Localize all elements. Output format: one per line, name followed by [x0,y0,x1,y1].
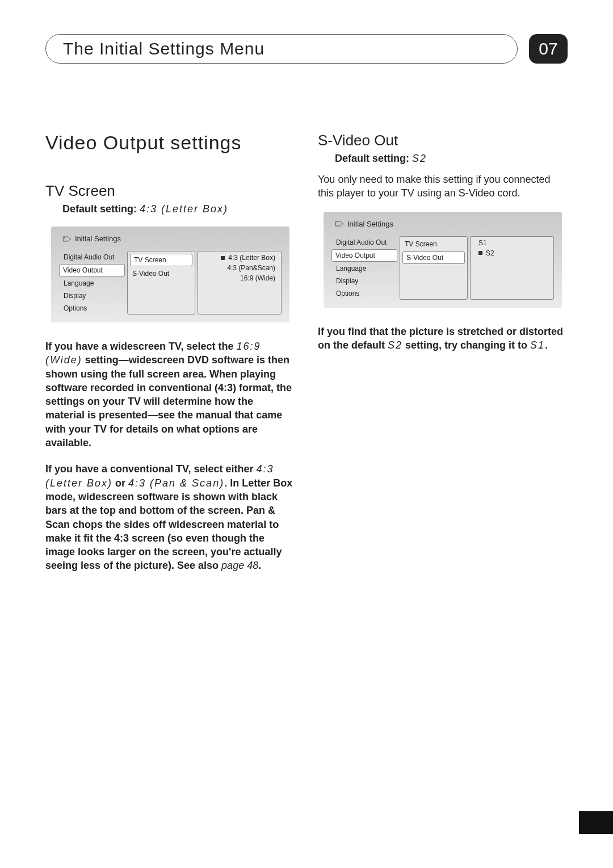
menu-cat-item: Language [59,277,127,290]
paragraph-widescreen: If you have a widescreen TV, select the … [45,339,295,450]
menu-grid: Digital Audio Out Video Output Language … [59,251,282,315]
text-run-italic: S2 [388,339,402,351]
menu-option: S1 [471,238,553,248]
menu-cat-item-selected: Video Output [59,264,125,276]
paragraph-conventional: If you have a conventional TV, select ei… [45,462,295,572]
settings-menu-tvscreen: Initial Settings Digital Audio Out Video… [51,227,289,322]
menu-sub-item: S-Video Out [128,267,195,280]
text-run: If you have a widescreen TV, select the [45,341,236,352]
menu-cat-item: Options [331,287,400,300]
selected-marker-icon [221,256,225,260]
default-setting-line: Default setting: S2 [335,153,568,165]
page-edge-tab [579,811,613,834]
default-label: Default setting: [335,153,409,164]
menu-grid: Digital Audio Out Video Output Language … [331,236,554,300]
text-run: . [545,339,548,351]
page-title: The Initial Settings Menu [45,34,518,64]
svg-point-0 [64,237,65,238]
tag-icon [62,236,72,242]
menu-cat-item: Display [331,275,400,287]
section-heading-video-output: Video Output settings [45,132,295,154]
menu-cat-item: Display [59,290,127,302]
chapter-number-badge: 07 [529,34,568,64]
paragraph-svideo-note: If you find that the picture is stretche… [318,325,568,353]
text-run: If you have a conventional TV, select ei… [45,463,256,475]
menu-options: 4:3 (Letter Box) 4:3 (Pan&Scan) 16:9 (Wi… [198,251,282,315]
menu-cat-item: Digital Audio Out [331,236,400,249]
default-setting-line: Default setting: 4:3 (Letter Box) [62,203,295,215]
menu-option: S2 [471,248,553,258]
menu-sub-item-selected: S-Video Out [402,251,465,264]
menu-subitems: TV Screen S-Video Out [400,236,468,300]
left-column: Video Output settings TV Screen Default … [45,132,295,585]
page-reference: page 48 [221,560,258,571]
settings-menu-svideo: Initial Settings Digital Audio Out Video… [324,212,562,308]
menu-title: Initial Settings [62,234,282,243]
menu-cat-item: Digital Audio Out [59,251,127,263]
subheading-svideo: S-Video Out [318,132,568,149]
text-run: . [258,560,261,571]
menu-option: 16:9 (Wide) [198,273,281,283]
selected-marker-icon [478,251,482,255]
menu-cat-item: Language [331,262,400,275]
svg-point-1 [337,222,337,223]
text-run: . In Letter Box mode, widescreen softwar… [45,477,292,572]
default-value: S2 [412,153,427,164]
menu-option: 4:3 (Pan&Scan) [198,263,281,273]
content-columns: Video Output settings TV Screen Default … [45,132,568,585]
tag-icon [335,220,344,227]
menu-title-text: Initial Settings [347,220,393,228]
paragraph-svideo-intro: You only need to make this setting if yo… [318,173,568,200]
text-run: setting—widescreen DVD software is then … [45,354,292,448]
menu-option-label: 4:3 (Letter Box) [228,254,275,262]
menu-options: S1 S2 [470,236,554,300]
menu-sub-item: TV Screen [400,238,467,250]
menu-cat-item-selected: Video Output [331,249,397,262]
menu-title-text: Initial Settings [75,234,121,243]
text-run-italic: 4:3 (Pan & Scan) [128,477,224,489]
text-run: or [112,477,128,489]
right-column: S-Video Out Default setting: S2 You only… [318,132,568,585]
menu-categories: Digital Audio Out Video Output Language … [59,251,127,315]
text-run: setting, try changing it to [402,339,530,351]
menu-option-label: 16:9 (Wide) [240,274,275,282]
menu-sub-item-selected: TV Screen [130,254,192,266]
subheading-tv-screen: TV Screen [45,182,295,200]
page-header: The Initial Settings Menu 07 [45,34,568,64]
menu-option: 4:3 (Letter Box) [198,253,281,263]
menu-subitems: TV Screen S-Video Out [127,251,195,315]
text-run-italic: S1 [530,339,545,351]
menu-title: Initial Settings [335,220,554,228]
default-label: Default setting: [62,203,137,215]
menu-cat-item: Options [59,302,127,315]
menu-categories: Digital Audio Out Video Output Language … [331,236,400,300]
default-value: 4:3 (Letter Box) [140,203,228,215]
menu-option-label: 4:3 (Pan&Scan) [227,264,275,272]
menu-option-label: S1 [478,239,487,247]
menu-option-label: S2 [486,249,494,257]
